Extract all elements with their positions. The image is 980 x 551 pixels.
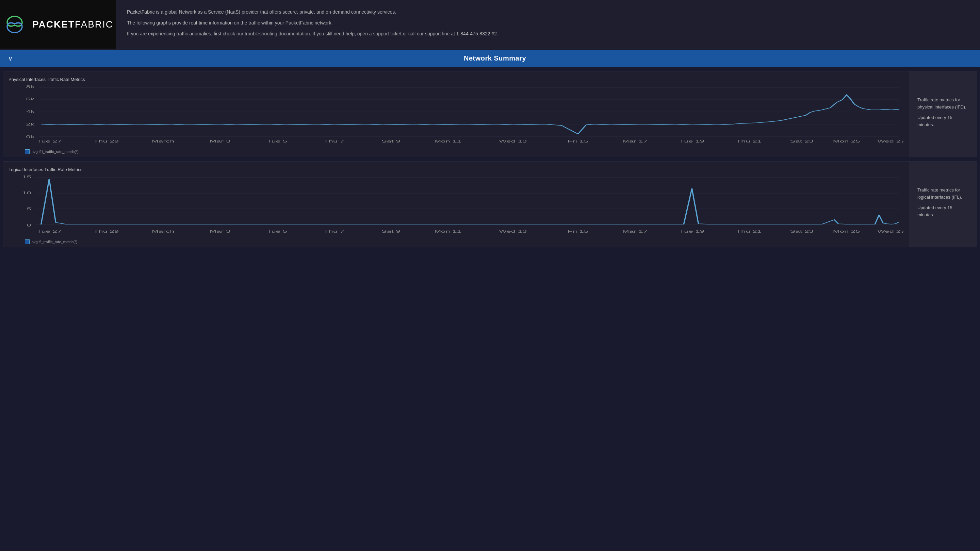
info-text-3: If you are experiencing traffic anomalie… xyxy=(127,30,969,38)
svg-text:0k: 0k xyxy=(26,135,35,139)
svg-text:Tue 5: Tue 5 xyxy=(267,230,287,233)
logical-legend: avg:ifl_traffic_rate_metric(*) xyxy=(8,240,904,244)
svg-text:5: 5 xyxy=(27,207,31,211)
physical-legend: avg:ifd_traffic_rate_metric(*) xyxy=(8,149,904,154)
svg-text:Tue 19: Tue 19 xyxy=(679,140,705,143)
svg-text:Thu 29: Thu 29 xyxy=(94,140,119,143)
svg-text:Thu 7: Thu 7 xyxy=(324,230,344,233)
svg-text:Tue 5: Tue 5 xyxy=(267,140,287,143)
svg-text:10: 10 xyxy=(22,191,31,195)
svg-text:Thu 29: Thu 29 xyxy=(94,230,119,233)
header-row: PACKETFABRIC PacketFabric is a global Ne… xyxy=(0,0,980,49)
info-panel: PacketFabric is a global Network as a Se… xyxy=(116,0,980,49)
summary-title: Network Summary xyxy=(18,54,972,62)
chevron-down-icon[interactable]: ∨ xyxy=(8,55,13,62)
svg-text:March: March xyxy=(152,140,174,143)
svg-text:Mar 17: Mar 17 xyxy=(622,140,648,143)
svg-text:Wed 27: Wed 27 xyxy=(877,230,904,233)
info-text-2: The following graphs provide real-time i… xyxy=(127,19,969,27)
logical-legend-color xyxy=(25,240,30,244)
svg-text:Thu 7: Thu 7 xyxy=(324,140,344,143)
svg-text:2k: 2k xyxy=(26,122,35,126)
troubleshooting-link[interactable]: our troubleshooting documentation xyxy=(237,31,310,37)
logical-chart-card: Logical Interfaces Traffic Rate Metrics … xyxy=(3,161,977,247)
svg-text:Mar 17: Mar 17 xyxy=(622,230,648,233)
logo-text: PACKETFABRIC xyxy=(32,19,113,30)
logical-chart-title: Logical Interfaces Traffic Rate Metrics xyxy=(8,167,904,172)
svg-text:Tue 19: Tue 19 xyxy=(679,230,705,233)
physical-desc-1: Traffic rate metrics for physical interf… xyxy=(917,97,969,111)
svg-text:8k: 8k xyxy=(26,85,35,89)
logical-legend-label: avg:ifl_traffic_rate_metric(*) xyxy=(32,240,77,244)
physical-chart-svg: 8k 6k 4k 2k 0k Tue 27 Thu 29 March Mar 3… xyxy=(8,85,904,146)
packetfabric-logo-icon xyxy=(2,12,27,37)
packetfabric-link[interactable]: PacketFabric xyxy=(127,9,155,14)
logical-chart-desc: Traffic rate metrics for logical interfa… xyxy=(909,162,977,247)
svg-text:Wed 13: Wed 13 xyxy=(499,140,527,143)
support-ticket-link[interactable]: open a support ticket xyxy=(357,31,401,37)
svg-text:Thu 21: Thu 21 xyxy=(737,230,762,233)
charts-container: Physical Interfaces Traffic Rate Metrics… xyxy=(0,71,980,247)
svg-text:Sat 9: Sat 9 xyxy=(382,140,401,143)
svg-text:Wed 13: Wed 13 xyxy=(499,230,527,233)
physical-chart-card: Physical Interfaces Traffic Rate Metrics… xyxy=(3,71,977,157)
physical-legend-color xyxy=(25,149,30,154)
svg-text:March: March xyxy=(152,230,174,233)
svg-text:Wed 27: Wed 27 xyxy=(877,140,904,143)
svg-text:Mar 3: Mar 3 xyxy=(210,230,231,233)
svg-text:Mar 3: Mar 3 xyxy=(210,140,231,143)
svg-text:Mon 25: Mon 25 xyxy=(833,230,860,233)
logical-chart-svg: 15 10 5 0 Tue 27 Thu 29 March Mar 3 Tue … xyxy=(8,175,904,236)
logo-panel: PACKETFABRIC xyxy=(0,0,116,49)
svg-text:Tue 27: Tue 27 xyxy=(37,140,62,143)
svg-text:Fri 15: Fri 15 xyxy=(568,140,588,143)
summary-bar[interactable]: ∨ Network Summary xyxy=(0,50,980,67)
svg-text:Sat 23: Sat 23 xyxy=(790,230,814,233)
physical-chart-area: Physical Interfaces Traffic Rate Metrics… xyxy=(3,71,909,157)
info-text-1: PacketFabric is a global Network as a Se… xyxy=(127,8,969,16)
logical-desc-1: Traffic rate metrics for logical interfa… xyxy=(917,187,969,201)
svg-text:6k: 6k xyxy=(26,97,35,101)
svg-text:Mon 11: Mon 11 xyxy=(434,230,461,233)
svg-text:Thu 21: Thu 21 xyxy=(737,140,762,143)
logo-brand: PACKETFABRIC xyxy=(32,19,113,30)
svg-text:4k: 4k xyxy=(26,110,35,114)
physical-legend-label: avg:ifd_traffic_rate_metric(*) xyxy=(32,150,79,154)
svg-text:Tue 27: Tue 27 xyxy=(37,230,62,233)
svg-text:Mon 11: Mon 11 xyxy=(434,140,461,143)
svg-text:Mon 25: Mon 25 xyxy=(833,140,860,143)
svg-text:Sat 9: Sat 9 xyxy=(382,230,401,233)
svg-text:Fri 15: Fri 15 xyxy=(568,230,588,233)
svg-text:0: 0 xyxy=(27,224,31,227)
logical-desc-2: Updated every 15 minutes. xyxy=(917,205,969,219)
logical-chart-area: Logical Interfaces Traffic Rate Metrics … xyxy=(3,162,909,247)
svg-text:Sat 23: Sat 23 xyxy=(790,140,814,143)
physical-chart-title: Physical Interfaces Traffic Rate Metrics xyxy=(8,77,904,82)
physical-chart-desc: Traffic rate metrics for physical interf… xyxy=(909,71,977,157)
svg-text:15: 15 xyxy=(22,175,31,179)
physical-desc-2: Updated every 15 minutes. xyxy=(917,114,969,129)
